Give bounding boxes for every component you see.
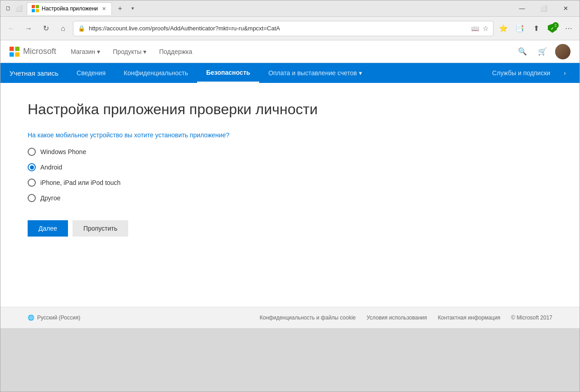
ms-logo-icon: [10, 47, 19, 57]
url-box[interactable]: 🔒 https://account.live.com/proofs/AddAut…: [73, 21, 493, 36]
browser-window: 🗋 ⬜ Настройка приложени ✕ + ▾ — ⬜ ✕: [0, 0, 580, 392]
footer-contact-link[interactable]: Контактная информация: [438, 315, 500, 321]
footer-language[interactable]: 🌐 Русский (Россия): [28, 315, 80, 321]
nav-products-arrow: ▾: [143, 48, 146, 55]
page-footer: 🌐 Русский (Россия) Конфиденциальность и …: [0, 307, 580, 328]
svg-rect-7: [15, 52, 19, 57]
new-tab-button[interactable]: +: [114, 2, 126, 15]
address-bar: ← → ↻ ⌂ 🔒 https://account.live.com/proof…: [0, 17, 580, 40]
svg-rect-2: [32, 9, 35, 12]
radio-label-iphone: iPhone, iPad или iPod touch: [40, 179, 121, 186]
footer-privacy-text: Конфиденциальность и файлы cookie: [260, 315, 356, 321]
nav-more-label: ›: [564, 69, 566, 77]
desktop-area: [0, 328, 580, 392]
radio-circle-other: [28, 194, 36, 202]
footer-privacy-link[interactable]: Конфиденциальность и файлы cookie: [260, 315, 356, 321]
nav-svedenia[interactable]: Сведения: [68, 63, 115, 83]
tab-bar: Настройка приложени ✕ + ▾: [27, 2, 512, 15]
radio-dot-android: [30, 165, 34, 169]
next-button[interactable]: Далее: [28, 220, 68, 237]
reader-mode-icon[interactable]: 📖: [471, 25, 479, 32]
section-question: На какое мобильное устройство вы хотите …: [28, 131, 552, 139]
favorite-icon[interactable]: ☆: [483, 24, 488, 33]
nav-store[interactable]: Магазин ▾: [65, 40, 106, 63]
nav-store-label: Магазин: [71, 48, 95, 55]
ms-logo[interactable]: Microsoft: [10, 47, 56, 57]
ms-logo-text: Microsoft: [23, 47, 56, 56]
avatar-image: [555, 44, 570, 59]
favicon: [32, 5, 39, 12]
main-content: Настройка приложения проверки личности Н…: [0, 83, 580, 307]
url-text: https://account.live.com/proofs/AddAuthe…: [89, 25, 468, 32]
minimize-button[interactable]: —: [512, 1, 532, 16]
nav-security-label: Безопасность: [206, 69, 250, 76]
radio-iphone[interactable]: iPhone, iPad или iPod touch: [28, 179, 552, 187]
skip-button[interactable]: Пропустить: [72, 220, 128, 237]
lock-icon: 🔒: [78, 25, 85, 32]
footer-bar: 🌐 Русский (Россия) Конфиденциальность и …: [0, 307, 580, 328]
reading-list-button[interactable]: 📑: [512, 21, 527, 36]
shield-badge: 2: [552, 22, 559, 29]
favorites-button[interactable]: ⭐: [496, 21, 511, 36]
footer-contact-text: Контактная информация: [438, 315, 500, 321]
nav-payment-label: Оплата и выставление счетов: [268, 69, 357, 77]
globe-icon: 🌐: [28, 315, 34, 321]
radio-circle-windows-phone: [28, 148, 36, 156]
radio-circle-iphone: [28, 179, 36, 187]
nav-security[interactable]: Безопасность: [197, 63, 259, 83]
tab-dropdown-button[interactable]: ▾: [126, 2, 139, 15]
nav-payment-arrow: ▾: [359, 69, 362, 77]
svg-rect-1: [36, 5, 39, 8]
forward-button[interactable]: →: [21, 21, 36, 36]
radio-android[interactable]: Android: [28, 163, 552, 171]
nav-products[interactable]: Продукты ▾: [107, 40, 152, 63]
account-nav: Учетная запись Сведения Конфиденциальнос…: [0, 63, 580, 83]
account-nav-right: Службы и подписки ›: [483, 63, 570, 83]
back-button[interactable]: ←: [4, 21, 19, 36]
nav-svedenia-label: Сведения: [77, 69, 106, 77]
title-bar: 🗋 ⬜ Настройка приложени ✕ + ▾ — ⬜ ✕: [0, 0, 580, 17]
tab-title: Настройка приложени: [42, 5, 98, 12]
maximize-button[interactable]: ⬜: [533, 1, 554, 16]
footer-terms-link[interactable]: Условия использования: [367, 315, 427, 321]
footer-terms-text: Условия использования: [367, 315, 427, 321]
cart-button[interactable]: 🛒: [535, 44, 550, 59]
page-title: Настройка приложения проверки личности: [28, 101, 552, 118]
save-icon[interactable]: 🗋: [4, 5, 12, 13]
radio-circle-android: [28, 163, 36, 171]
radio-label-other: Другое: [40, 194, 60, 202]
radio-label-windows-phone: Windows Phone: [40, 148, 86, 155]
toolbar-icons: ⭐ 📑 ⬆ ✓ 2 ⋯: [496, 21, 576, 36]
ms-nav-menu: Магазин ▾ Продукты ▾ Поддержка: [65, 40, 198, 63]
active-tab[interactable]: Настройка приложени ✕: [27, 2, 112, 15]
page-content: Microsoft Магазин ▾ Продукты ▾ Поддержка…: [0, 40, 580, 328]
svg-rect-3: [36, 9, 39, 12]
radio-windows-phone[interactable]: Windows Phone: [28, 148, 552, 156]
svg-rect-5: [15, 47, 19, 51]
nav-more-button[interactable]: ›: [559, 63, 570, 83]
home-button[interactable]: ⌂: [56, 21, 70, 36]
radio-other[interactable]: Другое: [28, 194, 552, 202]
nav-services[interactable]: Службы и подписки: [483, 63, 559, 83]
tab-close-button[interactable]: ✕: [101, 5, 107, 12]
shield-button[interactable]: ✓ 2: [545, 21, 560, 36]
tab-icon[interactable]: ⬜: [15, 5, 23, 13]
svg-rect-6: [10, 52, 14, 57]
footer-copyright: © Microsoft 2017: [511, 315, 552, 321]
footer-lang-text: Русский (Россия): [37, 315, 80, 321]
search-button[interactable]: 🔍: [515, 44, 530, 59]
nav-privacy[interactable]: Конфиденциальность: [115, 63, 197, 83]
window-controls: — ⬜ ✕: [512, 1, 576, 16]
user-avatar[interactable]: [555, 44, 570, 59]
nav-support[interactable]: Поддержка: [154, 40, 198, 63]
nav-products-label: Продукты: [113, 48, 141, 55]
share-button[interactable]: ⬆: [529, 21, 543, 36]
refresh-button[interactable]: ↻: [39, 21, 53, 36]
nav-payment[interactable]: Оплата и выставление счетов ▾: [259, 63, 371, 83]
close-button[interactable]: ✕: [555, 1, 576, 16]
account-brand[interactable]: Учетная запись: [10, 69, 68, 77]
radio-label-android: Android: [40, 164, 62, 171]
nav-services-label: Службы и подписки: [492, 69, 550, 77]
ms-header-right: 🔍 🛒: [515, 44, 570, 59]
menu-button[interactable]: ⋯: [561, 21, 576, 36]
